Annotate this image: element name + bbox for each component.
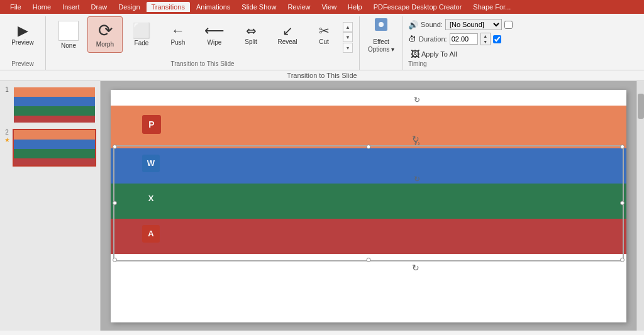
scroll-down-arrow[interactable]: ▼ [343, 32, 353, 42]
duration-checkbox[interactable] [493, 35, 501, 43]
band-green: ↻ X [111, 184, 626, 219]
effect-options-label: EffectOptions ▾ [368, 38, 394, 53]
sound-checkbox-area [504, 21, 513, 29]
apply-all-label: Apply To All [421, 50, 457, 58]
band-orange: ↻ P [111, 106, 626, 148]
duration-spinner: ▲ ▼ [480, 33, 491, 45]
slide-panel: 1 2 ★ [0, 81, 101, 331]
rotate-handle-bottom[interactable]: ↻ [412, 263, 419, 273]
slide-2-number: 2 ★ [4, 129, 10, 143]
apply-all-icon: 🖼 [411, 49, 419, 59]
tab-pdfescape[interactable]: PDFescape Desktop Creator [369, 2, 467, 12]
band-blue: ↻ W [111, 148, 626, 184]
tab-home[interactable]: Home [28, 2, 56, 12]
ppt-p-icon: P [142, 115, 161, 134]
tab-animations[interactable]: Animations [191, 2, 235, 12]
duration-decrement[interactable]: ▼ [481, 39, 490, 45]
slide2-stripe-orange [14, 130, 95, 140]
rotate-handle-blue[interactable]: ↻ [414, 140, 420, 148]
cut-label: Cut [319, 38, 329, 45]
preview-group: ▶ Preview Preview [0, 16, 46, 70]
slide2-stripe-green [14, 149, 95, 158]
duration-label: Duration: [419, 35, 447, 43]
slide-2-thumbnail[interactable] [13, 129, 96, 167]
none-label: None [61, 42, 76, 49]
svg-point-1 [379, 22, 384, 27]
preview-icon: ▶ [18, 24, 28, 38]
transition-section-bar: Transition to This Slide [0, 70, 644, 81]
transitions-group-label: Transition to This Slide [170, 60, 234, 67]
transition-push-button[interactable]: ← Push [160, 16, 196, 53]
rotate-handle-orange[interactable]: ↻ [414, 96, 420, 104]
morph-label: Morph [96, 41, 114, 48]
transition-none-button[interactable]: None [51, 16, 86, 53]
transition-fade-button[interactable]: ⬜ Fade [124, 16, 159, 53]
slide2-stripe-blue [14, 140, 95, 149]
reveal-label: Reveal [277, 38, 297, 45]
duration-input[interactable] [450, 33, 478, 45]
timing-group: 🔊 Sound: [No Sound] ⏱ Duration: ▲ ▼ [403, 16, 529, 70]
ribbon-tab-bar: File Home Insert Draw Design Transitions… [0, 0, 644, 14]
tab-insert[interactable]: Insert [57, 2, 85, 12]
excel-x-icon: X [142, 190, 160, 207]
transition-wipe-button[interactable]: ⟵ Wipe [197, 16, 232, 53]
handle-br[interactable] [620, 258, 625, 262]
transition-cut-button[interactable]: ✂ Cut [306, 16, 341, 53]
slide-thumb-2[interactable]: 2 ★ [4, 129, 96, 167]
split-icon: ⇔ [246, 25, 257, 37]
tab-slideshow[interactable]: Slide Show [236, 2, 281, 12]
slide-thumb-1[interactable]: 1 [4, 86, 96, 124]
effect-options-button[interactable]: EffectOptions ▾ [365, 16, 397, 53]
transition-reveal-button[interactable]: ↙ Reveal [270, 16, 305, 53]
ribbon: ▶ Preview Preview None ⟳ Morph ⬜ Fade [0, 14, 644, 70]
duration-increment[interactable]: ▲ [481, 33, 490, 39]
sound-select[interactable]: [No Sound] [445, 19, 502, 30]
preview-label: Preview [11, 39, 34, 46]
section-bar-label: Transition to This Slide [287, 72, 357, 79]
tab-design[interactable]: Design [113, 2, 145, 12]
rotate-handle-green[interactable]: ↻ [414, 175, 420, 184]
tab-view[interactable]: View [316, 2, 341, 12]
apply-all-row: 🖼 Apply To All [408, 48, 524, 60]
handle-bl[interactable] [113, 258, 117, 262]
slide-1-number: 1 [4, 86, 10, 93]
slide1-stripe-orange [14, 87, 95, 97]
cut-icon: ✂ [319, 25, 330, 37]
sound-checkbox[interactable] [504, 21, 513, 29]
transitions-group: None ⟳ Morph ⬜ Fade ← Push ⟵ Wipe [46, 16, 360, 70]
handle-bm[interactable] [367, 258, 371, 262]
transition-split-button[interactable]: ⇔ Split [233, 16, 269, 53]
push-label: Push [171, 39, 186, 46]
tab-draw[interactable]: Draw [86, 2, 113, 12]
transition-morph-button[interactable]: ⟳ Morph [87, 16, 123, 53]
scroll-more-arrow[interactable]: ▾ [343, 43, 353, 53]
sound-label: Sound: [421, 21, 443, 28]
right-scrollbar [636, 81, 644, 331]
slide-canvas: ↻ P ↻ W ↻ X A [111, 90, 626, 322]
preview-group-label: Preview [11, 60, 34, 67]
slide-1-thumbnail[interactable] [13, 86, 96, 124]
fade-icon: ⬜ [132, 23, 151, 38]
access-a-icon: A [142, 225, 160, 243]
preview-button[interactable]: ▶ Preview [5, 16, 40, 53]
slide-1-inner [14, 87, 95, 123]
tab-review[interactable]: Review [282, 2, 315, 12]
scroll-up-arrow[interactable]: ▲ [343, 22, 353, 32]
tab-transitions[interactable]: Transitions [147, 2, 190, 12]
slide1-stripe-red [14, 116, 95, 124]
timing-group-label: Timing [408, 60, 427, 67]
tab-help[interactable]: Help [343, 2, 367, 12]
scrollbar-thumb[interactable] [638, 94, 644, 119]
main-layout: 1 2 ★ [0, 81, 644, 331]
push-icon: ← [171, 24, 185, 38]
effect-options-group: EffectOptions ▾ [360, 16, 403, 70]
sound-icon: 🔊 [408, 20, 418, 30]
canvas-area: ↻ P ↻ W ↻ X A [101, 81, 636, 331]
fade-label: Fade [135, 40, 149, 47]
star-icon: ★ [4, 136, 10, 143]
tab-shape-format[interactable]: Shape For... [468, 2, 516, 12]
tab-file[interactable]: File [5, 2, 26, 12]
apply-to-all-button[interactable]: 🖼 Apply To All [408, 48, 460, 60]
none-icon [58, 21, 79, 41]
slide1-stripe-green [14, 106, 95, 116]
